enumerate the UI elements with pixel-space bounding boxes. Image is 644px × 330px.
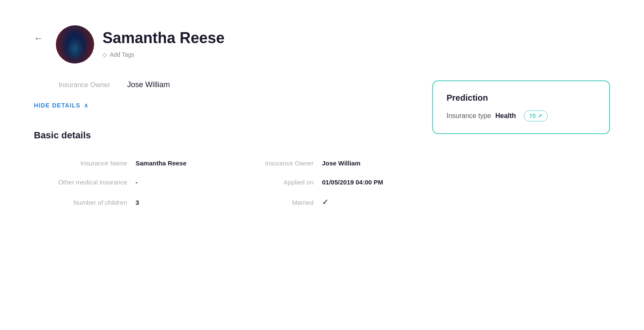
basic-details-section: Basic details Insurance Name Samantha Re…: [34, 130, 407, 213]
hide-details-label: HIDE DETAILS: [34, 102, 80, 109]
detail-row-insurance-owner: Insurance Owner Jose William: [220, 154, 407, 173]
person-name: Samantha Reese: [103, 29, 225, 47]
detail-row-applied-on: Applied on 01/05/2019 04:00 PM: [220, 173, 407, 192]
married-value: ✓: [322, 198, 328, 207]
children-label: Number of children: [34, 199, 127, 206]
detail-row-insurance-name: Insurance Name Samantha Reese: [34, 154, 220, 173]
detail-row-children: Number of children 3: [34, 192, 220, 213]
applied-on-label: Applied on: [220, 179, 314, 186]
add-tags-label: Add Tags: [110, 51, 134, 58]
insurance-name-label: Insurance Name: [34, 160, 127, 167]
header-text: Samantha Reese ◇ Add Tags: [103, 25, 225, 60]
applied-on-value: 01/05/2019 04:00 PM: [322, 179, 383, 186]
page-container: ← Samantha Reese ◇ Add Tags Insurance Ow…: [0, 0, 644, 330]
insurance-owner-row: Insurance Owner Jose William: [34, 80, 407, 89]
prediction-insurance-type-value: Health: [495, 112, 516, 120]
prediction-row: Insurance type Health 70 ↗: [447, 110, 596, 121]
married-label: Married: [220, 199, 314, 206]
details-grid: Insurance Name Samantha Reese Insurance …: [34, 154, 407, 213]
insurance-owner-label: Insurance Owner: [34, 81, 110, 89]
avatar: [56, 25, 94, 63]
back-button[interactable]: ←: [34, 33, 47, 44]
header: ← Samantha Reese ◇ Add Tags: [34, 25, 610, 63]
prediction-title: Prediction: [447, 93, 596, 103]
tag-icon: ◇: [103, 51, 107, 58]
section-title: Basic details: [34, 130, 407, 141]
other-medical-label: Other medical insurance: [34, 179, 127, 186]
hide-details-button[interactable]: HIDE DETAILS ∧: [34, 98, 89, 113]
detail-row-other-medical: Other medical insurance -: [34, 173, 220, 192]
insurance-name-value: Samantha Reese: [136, 160, 186, 167]
other-medical-value: -: [136, 179, 138, 186]
chevron-up-icon: ∧: [84, 102, 89, 109]
insurance-owner-detail-label: Insurance Owner: [220, 160, 314, 167]
add-tags-button[interactable]: ◇ Add Tags: [103, 50, 225, 60]
prediction-insurance-type-label: Insurance type: [447, 112, 491, 120]
detail-row-married: Married ✓: [220, 192, 407, 213]
children-value: 3: [136, 199, 139, 206]
prediction-badge-value: 70: [529, 113, 536, 119]
left-panel: Insurance Owner Jose William HIDE DETAIL…: [34, 80, 407, 213]
insurance-owner-value: Jose William: [127, 80, 170, 89]
insurance-owner-detail-value: Jose William: [322, 160, 361, 167]
right-panel: Prediction Insurance type Health 70 ↗: [432, 80, 610, 134]
prediction-badge: 70 ↗: [524, 110, 548, 121]
main-content: Insurance Owner Jose William HIDE DETAIL…: [34, 80, 610, 213]
prediction-card: Prediction Insurance type Health 70 ↗: [432, 80, 610, 134]
prediction-badge-icon: ↗: [537, 113, 542, 119]
